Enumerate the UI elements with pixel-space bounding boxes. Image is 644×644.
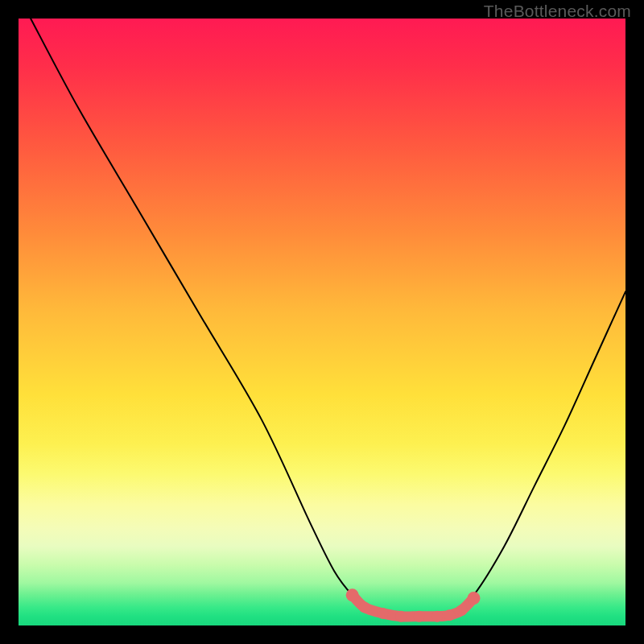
highlight-marker-dot	[456, 605, 467, 616]
highlight-marker-dot	[414, 611, 425, 622]
highlight-band-stroke	[353, 595, 474, 617]
highlight-band-markers	[346, 588, 481, 621]
highlight-marker-dot	[395, 611, 407, 622]
highlight-marker-dot	[468, 592, 481, 605]
highlight-marker-dot	[444, 609, 455, 621]
chart-svg	[19, 19, 625, 625]
bottleneck-curve	[31, 19, 625, 617]
highlight-marker-dot	[377, 608, 388, 619]
chart-frame: TheBottleneck.com	[0, 0, 644, 644]
highlight-marker-dot	[431, 611, 443, 622]
highlight-marker-dot	[346, 588, 359, 601]
watermark-text: TheBottleneck.com	[484, 2, 631, 21]
highlight-marker-dot	[359, 601, 370, 613]
